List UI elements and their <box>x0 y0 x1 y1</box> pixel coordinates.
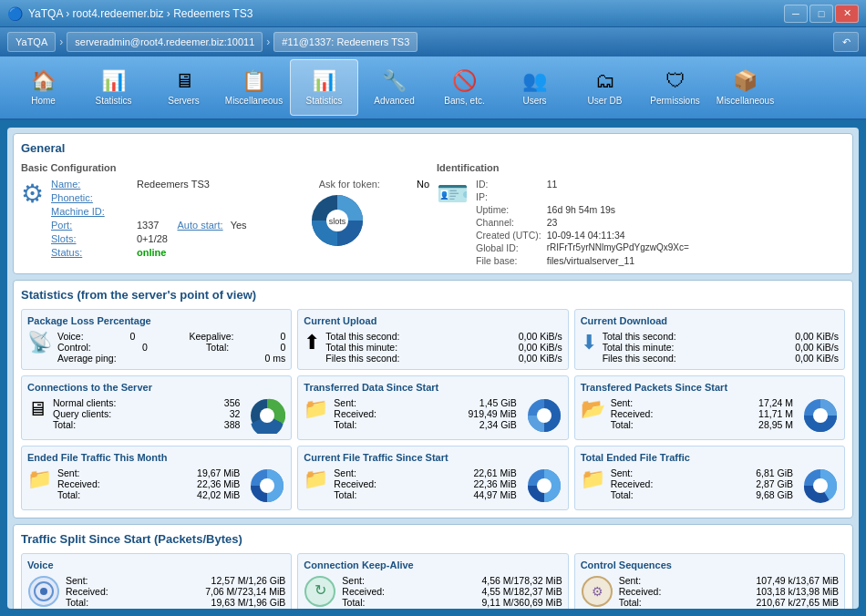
title-bar: 🔵 YaTQA › root4.redeemer.biz › Redeemers… <box>0 0 866 27</box>
cfss-recv-row: Received: 22,36 MiB <box>334 478 516 489</box>
phonetic-label[interactable]: Phonetic: <box>51 192 133 203</box>
current-upload-rows: ⬆ Total this second: 0,00 KiB/s Total th… <box>304 331 562 364</box>
toolbar-servers[interactable]: 🖥 Servers <box>149 59 218 116</box>
cu-filessec-row: Files this second: 0,00 KiB/s <box>325 353 562 364</box>
package-loss-icon: 📡 <box>27 331 52 354</box>
maximize-button[interactable]: □ <box>809 5 833 23</box>
port-row: Port: 1337 Auto start: Yes <box>51 220 247 231</box>
machineid-label[interactable]: Machine ID: <box>51 206 133 217</box>
autostart-label[interactable]: Auto start: <box>177 220 222 231</box>
tk-recv-value: 4,55 M/182,37 MiB <box>482 586 562 597</box>
id-channel-value: 23 <box>547 217 689 228</box>
cu-thissec-value: 0,00 KiB/s <box>519 331 562 342</box>
toolbar-userdb-label: User DB <box>588 96 623 106</box>
server-config-icon: ⚙ <box>21 179 44 209</box>
transferred-packets-rows: 📂 Sent: 17,24 M Received: 11,71 M Total: <box>581 397 839 434</box>
toolbar-permissions-label: Permissions <box>650 96 699 106</box>
cu-thismin-label: Total this minute: <box>325 342 397 353</box>
traffic-grid: Voice Sent: 12,57 M/1,26 GiB <box>21 553 845 609</box>
cd-thismin-row: Total this minute: 0,00 KiB/s <box>603 342 839 353</box>
minimize-button[interactable]: ─ <box>784 5 808 23</box>
transferred-data-rows: 📁 Sent: 1,45 GiB Received: 919,49 MiB To… <box>304 397 562 434</box>
toolbar-userdb[interactable]: 🗂 User DB <box>571 59 639 116</box>
pl-total-value: 0 <box>280 342 285 353</box>
port-label[interactable]: Port: <box>51 220 133 231</box>
userdb-icon: 🗂 <box>595 69 615 93</box>
title-bar-buttons: ─ □ ✕ <box>784 5 859 23</box>
autostart-value: Yes <box>231 220 247 231</box>
current-file-since-start-card: Current File Traffic Since Start 📁 Sent:… <box>297 446 568 510</box>
td-recv-label: Received: <box>334 408 376 419</box>
cd-thismin-value: 0,00 KiB/s <box>795 342 839 353</box>
id-created-value: 10-09-14 04:11:34 <box>547 230 689 241</box>
tc-sent-label: Sent: <box>619 575 642 586</box>
addr-segment-1[interactable]: YaTQA <box>7 32 56 52</box>
slots-label[interactable]: Slots: <box>51 233 133 244</box>
app-icon: 🔵 <box>7 6 23 21</box>
toolbar-misc[interactable]: 📦 Miscellaneous <box>711 59 779 116</box>
td-sent-value: 1,45 GiB <box>479 397 517 408</box>
current-download-title: Current Download <box>581 315 839 326</box>
toolbar-misc-global[interactable]: 📋 Miscellaneous <box>220 59 288 116</box>
toolbar-statistics-global[interactable]: 📊 Statistics <box>79 59 148 116</box>
tk-total-row: Total: 9,11 M/360,69 MiB <box>342 597 562 608</box>
cu-thissec-row: Total this second: 0,00 KiB/s <box>325 331 562 342</box>
basic-config: Basic Configuration ⚙ Name: Redeemers TS… <box>21 162 429 266</box>
stats-grid: Package Loss Percentage 📡 Voice: 0 Keepa… <box>21 309 845 510</box>
id-created-label: Created (UTC): <box>476 230 541 241</box>
tk-total-value: 9,11 M/360,69 MiB <box>482 597 562 608</box>
svg-point-13 <box>813 478 828 493</box>
td-total-value: 2,34 GiB <box>479 419 517 430</box>
status-row: Status: online <box>51 247 247 258</box>
pl-avgping-label: Average ping: <box>57 353 117 364</box>
current-download-rows: ⬇ Total this second: 0,00 KiB/s Total th… <box>581 331 839 364</box>
tp-sent-row: Sent: 17,24 M <box>611 397 793 408</box>
conn-total-label: Total: <box>53 419 76 430</box>
name-row: Name: Redeemers TS3 <box>51 179 247 190</box>
traffic-control-rows: ⚙ Sent: 107,49 k/13,67 MiB Received: 103… <box>581 575 839 608</box>
efm-recv-row: Received: 22,36 MiB <box>57 478 240 489</box>
ended-file-month-title: Ended File Traffic This Month <box>27 452 285 463</box>
id-title: Identification <box>437 162 845 173</box>
name-value: Redeemers TS3 <box>137 179 210 190</box>
conn-total-row: Total: 388 <box>53 419 240 430</box>
toolbar-bans[interactable]: 🚫 Bans, etc. <box>430 59 499 116</box>
general-grid: Basic Configuration ⚙ Name: Redeemers TS… <box>21 162 845 266</box>
ended-file-month-card: Ended File Traffic This Month 📁 Sent: 19… <box>21 446 292 510</box>
toolbar-advanced[interactable]: 🔧 Advanced <box>360 59 428 116</box>
efm-total-row: Total: 42,02 MiB <box>57 489 240 500</box>
addr-segment-2[interactable]: serveradmin@root4.redeemer.biz:10011 <box>67 32 263 52</box>
package-loss-data: Voice: 0 Keepalive: 0 Control: 0 Total: … <box>57 331 285 364</box>
id-content: 🪪 ID: 11 IP: Uptime: 16d 9h 54m 19s Chan… <box>437 179 845 266</box>
id-uptime-value: 16d 9h 54m 19s <box>547 204 689 215</box>
td-sent-label: Sent: <box>334 397 356 408</box>
pl-keepalive-label: Keepalive: <box>189 331 233 342</box>
tv-sent-row: Sent: 12,57 M/1,26 GiB <box>66 575 285 586</box>
tv-recv-label: Received: <box>66 586 108 597</box>
back-arrow[interactable]: ↶ <box>833 32 859 52</box>
addr-segment-3[interactable]: #11@1337: Redeemers TS3 <box>273 32 418 52</box>
tv-recv-value: 7,06 M/723,14 MiB <box>205 586 285 597</box>
id-id-label: ID: <box>476 179 541 190</box>
conn-query-row: Query clients: 32 <box>53 408 240 419</box>
tp-recv-value: 11,71 M <box>758 408 793 419</box>
name-label[interactable]: Name: <box>51 179 133 190</box>
id-globalid-value: rRIFrTr5yrNNlmyGPdYgzwQx9Xc= <box>547 242 689 253</box>
toolbar-permissions[interactable]: 🛡 Permissions <box>641 59 709 116</box>
svg-point-17 <box>40 588 47 595</box>
cu-filessec-value: 0,00 KiB/s <box>519 353 562 364</box>
slots-row: Slots: 0+1/28 <box>51 233 247 244</box>
efm-recv-label: Received: <box>57 478 100 489</box>
current-file-since-start-title: Current File Traffic Since Start <box>304 452 562 463</box>
tv-sent-value: 12,57 M/1,26 GiB <box>211 575 286 586</box>
status-label[interactable]: Status: <box>51 247 133 258</box>
basic-config-fields: Name: Redeemers TS3 Phonetic: Machine ID… <box>51 179 247 261</box>
close-button[interactable]: ✕ <box>835 5 859 23</box>
toolbar-users[interactable]: 👥 Users <box>500 59 569 116</box>
toolbar-statistics[interactable]: 📊 Statistics <box>290 59 358 116</box>
current-file-since-start-data: Sent: 22,61 MiB Received: 22,36 MiB Tota… <box>334 467 516 500</box>
toolbar-home[interactable]: 🏠 Home <box>9 59 77 116</box>
cfss-total-row: Total: 44,97 MiB <box>334 489 516 500</box>
current-download-data: Total this second: 0,00 KiB/s Total this… <box>603 331 839 364</box>
pl-voice-row: Voice: 0 Keepalive: 0 <box>57 331 285 342</box>
